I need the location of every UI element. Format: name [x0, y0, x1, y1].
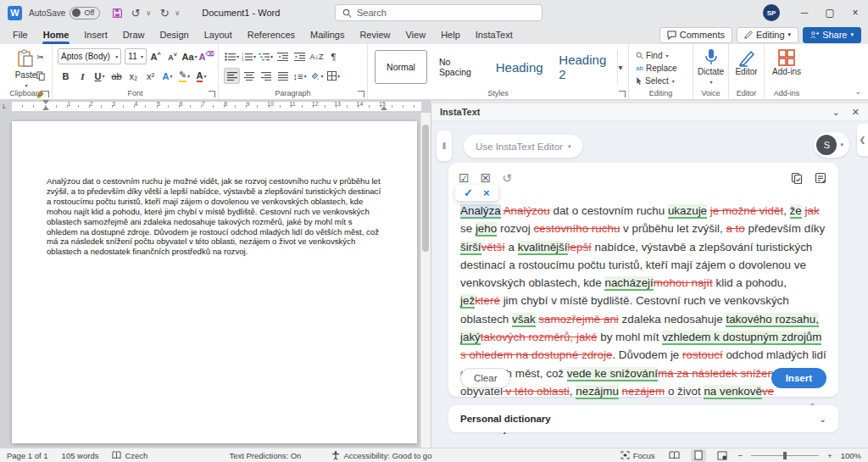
comments-button[interactable]: Comments [659, 27, 732, 43]
page-indicator[interactable]: Page 1 of 1 [7, 451, 48, 460]
reject-suggestion-icon[interactable]: × [480, 186, 493, 199]
web-layout-icon[interactable] [715, 449, 730, 462]
insert-button[interactable]: Insert [771, 368, 826, 388]
inserted-text[interactable]: že [790, 204, 802, 219]
deleted-text[interactable]: Analýzou [504, 204, 550, 217]
sort-icon[interactable]: A↓Z [309, 48, 325, 64]
ribbon-tab-mailings[interactable]: Mailings [303, 25, 352, 44]
deleted-text[interactable]: cestovního ruchu [533, 222, 620, 235]
accessibility-status[interactable]: Accessibility: Good to go [331, 451, 431, 460]
deleted-text[interactable]: větší [481, 241, 505, 253]
align-left-button[interactable] [224, 68, 240, 84]
notes-icon[interactable] [815, 172, 826, 184]
personal-dictionary-section[interactable]: Personal dictionary ⌄ [448, 405, 838, 432]
collapse-ribbon-icon[interactable]: ⌄ [854, 87, 861, 96]
right-indent-marker[interactable] [381, 106, 387, 110]
ribbon-tab-instatext[interactable]: InstaText [468, 25, 520, 44]
hanging-indent-marker[interactable] [42, 106, 49, 110]
style-heading[interactable]: Heading [492, 50, 547, 84]
document-scrollbar[interactable] [420, 113, 431, 448]
align-right-button[interactable] [258, 68, 274, 84]
reject-all-icon[interactable]: ☒ [481, 171, 492, 185]
share-button[interactable]: Share▾ [803, 27, 861, 43]
first-line-indent-marker[interactable] [42, 100, 49, 104]
clear-formatting-icon[interactable]: A⌫ [198, 48, 214, 64]
user-avatar[interactable]: SP [763, 4, 780, 21]
instatext-account-button[interactable]: S ▾ [814, 132, 849, 158]
ribbon-tab-draw[interactable]: Draw [115, 25, 153, 44]
deleted-text[interactable]: samozřejmě ani [538, 313, 619, 326]
addins-button[interactable]: Add-ins [772, 48, 801, 76]
minimize-button[interactable]: ─ [792, 0, 817, 25]
accept-suggestion-icon[interactable]: ✓ [460, 186, 476, 199]
print-layout-icon[interactable] [691, 449, 706, 462]
pilcrow-icon[interactable]: ¶ [326, 48, 342, 64]
proofing-language[interactable]: Czech [112, 451, 147, 460]
deleted-text[interactable]: je možné vidět [710, 204, 783, 217]
deleted-text[interactable]: a to [726, 222, 744, 235]
pane-collapse-icon[interactable]: ❮ [857, 124, 868, 156]
save-icon[interactable] [108, 4, 125, 21]
clipboard-dialog-launcher[interactable] [42, 91, 49, 97]
bullet-list-icon[interactable]: ▾ [224, 48, 240, 64]
inserted-text[interactable]: jež [460, 294, 475, 309]
deleted-text[interactable]: takových rozměrů, jaké [481, 331, 598, 343]
ribbon-tab-view[interactable]: View [398, 25, 433, 44]
personal-dictionary-chevron-icon[interactable]: ⌄ [820, 415, 826, 424]
deleted-text[interactable]: lepší [568, 241, 592, 253]
horizontal-ruler[interactable]: L 123456789101112131415 [0, 100, 431, 113]
inserted-text[interactable]: ukazuje [668, 204, 707, 219]
search-input[interactable]: Search [335, 4, 542, 21]
ribbon-tab-file[interactable]: File [5, 25, 36, 44]
tab-stop-selector[interactable]: L [3, 103, 6, 110]
maximize-button[interactable]: ▢ [817, 0, 843, 25]
find-button[interactable]: Find▾ [636, 49, 693, 62]
line-spacing-icon[interactable]: ↕≡▾ [292, 68, 308, 84]
deleted-text[interactable]: s ohledem na dostupné zdroje [460, 348, 612, 361]
change-case-icon[interactable]: Aa▾ [181, 48, 198, 64]
superscript-button[interactable]: x² [142, 68, 159, 84]
ribbon-tab-design[interactable]: Design [152, 25, 196, 44]
decrease-indent-icon[interactable] [275, 48, 291, 64]
increase-indent-icon[interactable] [292, 48, 308, 64]
zoom-slider-thumb[interactable] [783, 452, 787, 459]
align-center-button[interactable] [241, 68, 257, 84]
close-button[interactable]: × [843, 0, 868, 25]
font-color-icon[interactable]: A▾ [193, 68, 209, 84]
copy-result-icon[interactable] [791, 172, 803, 184]
deleted-text[interactable]: které [475, 294, 500, 307]
text-predictions[interactable]: Text Predictions: On [229, 451, 301, 460]
highlight-color-icon[interactable]: ✎▾ [176, 68, 192, 84]
style-heading-2[interactable]: Heading 2 [552, 50, 616, 84]
justify-button[interactable] [275, 68, 291, 84]
pane-drag-handle-icon[interactable]: ‖ [437, 131, 452, 161]
bold-button[interactable]: B [58, 68, 74, 84]
suggestions-undo-icon[interactable]: ↺ [502, 171, 512, 185]
copy-icon[interactable] [32, 68, 48, 84]
inserted-text[interactable]: však [512, 313, 536, 327]
grow-font-icon[interactable]: A˄ [147, 48, 164, 64]
zoom-level[interactable]: 100% [841, 451, 861, 460]
inserted-text[interactable]: kvalitnější [518, 241, 568, 255]
ribbon-tab-review[interactable]: Review [352, 25, 398, 44]
document-canvas[interactable]: Analýzou dat o cestovním ruchu je možné … [0, 113, 431, 448]
editing-mode-button[interactable]: Editing▾ [737, 27, 798, 43]
inserted-text[interactable]: vzhledem k dostupným zdrojům [662, 331, 821, 345]
zoom-in-icon[interactable]: + [827, 451, 832, 460]
inserted-text[interactable]: jeho [476, 222, 497, 237]
shading-icon[interactable]: ▾ [309, 68, 325, 84]
text-effects-icon[interactable]: A▾ [159, 68, 175, 84]
ribbon-tab-references[interactable]: References [240, 25, 303, 44]
inserted-text[interactable]: nacházejí [604, 276, 653, 291]
zoom-slider[interactable] [751, 455, 819, 456]
italic-button[interactable]: I [75, 68, 91, 84]
multilevel-list-icon[interactable]: ▾ [258, 48, 274, 64]
ribbon-tab-insert[interactable]: Insert [76, 25, 115, 44]
dictate-button[interactable]: Dictate▾ [698, 48, 724, 86]
word-app-icon[interactable]: W [8, 6, 22, 20]
zoom-out-icon[interactable]: − [738, 451, 743, 460]
subscript-button[interactable]: x₂ [125, 68, 142, 84]
select-button[interactable]: Select▾ [636, 75, 693, 87]
cut-icon[interactable]: ✂ [32, 49, 48, 65]
style-normal[interactable]: Normal [375, 50, 427, 84]
